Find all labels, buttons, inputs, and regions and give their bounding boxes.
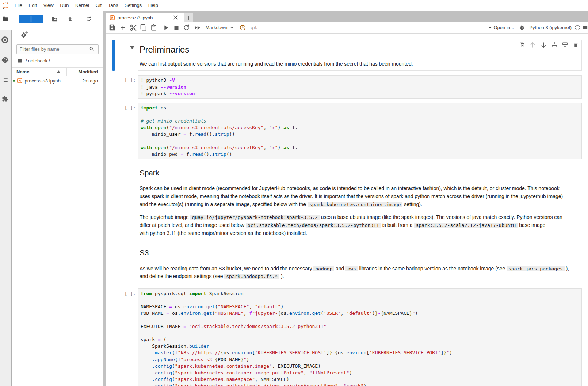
filter-files-box [16,44,99,54]
insert-cell-button[interactable] [118,24,128,31]
markdown-paragraph: The jupyterhub image quay.io/jupyter/pys… [140,213,578,237]
debugger-bug-button[interactable] [519,24,525,31]
duplicate-cell-button[interactable] [517,42,528,48]
menu-help[interactable]: Help [145,3,161,8]
cut-cells-button[interactable] [128,24,138,31]
cell-prompt [115,244,138,283]
rendered-markdown[interactable]: SparkSpark can be used in client mode (r… [138,164,582,240]
sidebar-tab-file-browser[interactable] [0,11,12,30]
code-cell[interactable]: [ ]:import os # get minio credentialswit… [106,103,588,159]
code-cell[interactable]: [ ]:! python3 -V! java --version! pyspar… [106,75,588,99]
code-line: .master(f"k8s://https://{os.environ['KUB… [141,350,581,356]
inline-code: hadoop [313,266,334,271]
markdown-cell[interactable]: PreliminariesWe can first output some ve… [106,40,588,71]
cell-prompt: [ ]: [115,75,138,99]
rendered-markdown[interactable]: PreliminariesWe can first output some ve… [138,40,582,71]
menu-git[interactable]: Git [92,3,105,8]
upload-button[interactable] [67,16,73,22]
table-of-contents-icon [2,77,8,83]
notebook-orange-icon [110,15,115,20]
code-line [141,138,581,144]
dock-tab-bar: process-s3.ipynb [106,11,588,22]
breadcrumb-folder[interactable]: notebook [28,58,48,63]
code-cell[interactable]: [ ]:from pyspark.sql import SparkSession… [106,288,588,386]
move-cell-up-button[interactable] [527,41,538,49]
scissors-icon [130,24,137,31]
caret-down-icon [129,44,135,51]
cell-type-dropdown[interactable]: Markdown [206,25,234,30]
delete-cell-button[interactable] [570,42,581,48]
tab-process-s3[interactable]: process-s3.ipynb [106,13,185,22]
code-line: POD_NAME = os.environ.get("HOSTNAME", f"… [141,310,581,317]
file-row[interactable]: process-s3.ipynb 2m ago [12,76,103,85]
code-editor[interactable]: from pyspark.sql import SparkSession NAM… [138,288,582,386]
menu-edit[interactable]: Edit [26,3,40,8]
menu-tabs[interactable]: Tabs [105,3,121,8]
sidebar-tab-git[interactable] [0,56,10,64]
heading-collapse-caret[interactable] [129,44,135,51]
kernel-status-icon[interactable] [575,25,580,30]
column-header-modified[interactable]: Modified [79,69,98,74]
duplicate-cell-button-icon [519,42,525,48]
move-cell-down-button[interactable] [538,41,549,49]
menu-kernel[interactable]: Kernel [72,3,92,8]
sidebar-tab-extension-manager[interactable] [0,95,10,103]
filter-files-input[interactable] [17,46,89,52]
restart-kernel-button[interactable] [182,24,192,31]
cell-prompt [115,164,138,240]
folder-icon [17,58,23,63]
markdown-line: Spark [140,168,578,178]
plus-icon [185,14,192,22]
markdown-line: uses spark in client mode, meaning that … [140,193,578,201]
markdown-heading: S3 [140,248,578,258]
running-sessions-icon [1,36,9,44]
code-line: ! python3 -V [141,77,581,84]
move-cell-down-button-icon [540,41,547,49]
interrupt-kernel-button[interactable] [171,24,182,32]
new-folder-button[interactable] [51,16,58,22]
close-icon [172,13,180,22]
open-in-dropdown[interactable]: Open in... [488,25,514,30]
home-folder-icon[interactable] [17,58,23,63]
file-browser-panel: / notebook / Name Modified process-s3.ip… [12,11,103,386]
tab-close-button[interactable] [172,13,180,22]
kernel-name[interactable]: Python 3 (ipykernel) [529,25,572,30]
code-editor[interactable]: import os # get minio credentialswith op… [138,103,582,159]
insert-cell-above-button[interactable] [549,41,560,49]
markdown-cell[interactable]: SparkSpark can be used in client mode (r… [106,164,588,240]
code-line: SparkSession.builder [141,343,581,350]
run-button[interactable] [161,24,171,32]
menu-file[interactable]: File [11,3,26,8]
sidebar-tab-running-sessions[interactable] [0,36,10,44]
toolbar-menu-button[interactable] [583,25,588,30]
git-history-clock-button[interactable] [239,24,246,31]
hamburger-icon [583,25,588,30]
menu-settings[interactable]: Settings [121,3,145,8]
menu-run[interactable]: Run [57,3,72,8]
rendered-markdown[interactable]: S3As we will be reading data from an S3 … [138,244,582,283]
refresh-button[interactable] [86,16,92,22]
git-toolbar-label[interactable]: git [251,25,257,30]
paste-cells-button[interactable] [149,24,159,31]
save-button[interactable] [107,24,118,31]
restart-run-all-button[interactable] [192,24,203,31]
insert-cell-below-button[interactable] [560,41,571,49]
markdown-cell[interactable]: S3As we will be reading data from an S3 … [106,244,588,283]
git-clone-button[interactable] [21,31,28,38]
copy-cells-button[interactable] [138,24,149,31]
markdown-line: We can first output some versions that a… [140,60,578,68]
inline-code: spark.kubernetes.container.image [308,202,402,207]
notebook-file-icon [17,78,23,84]
menu-view[interactable]: View [40,3,57,8]
new-launcher-button[interactable] [19,15,43,23]
sort-ascending-icon[interactable] [56,69,61,74]
breadcrumb-separator: / [49,58,50,63]
code-editor[interactable]: ! python3 -V! java --version! pyspark --… [138,75,582,99]
sidebar-tab-table-of-contents[interactable] [0,76,10,84]
inline-code: oci.stackable.tech/demos/spark:3.5.2-pyt… [246,223,381,228]
add-tab-button[interactable] [184,13,193,22]
column-header-name[interactable]: Name [16,69,29,74]
file-modified: 2m ago [82,78,98,84]
insert-cell-above-button-icon [551,41,558,49]
folder-icon [2,16,8,22]
